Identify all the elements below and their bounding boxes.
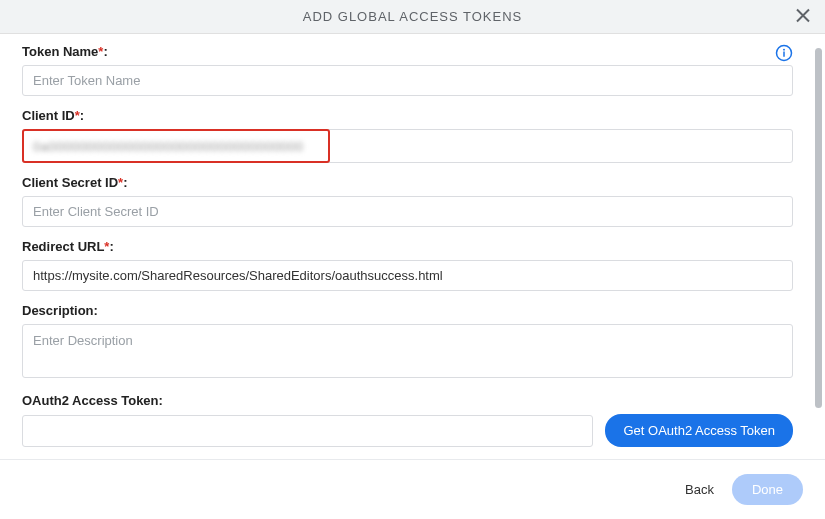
client-id-label: Client ID*: xyxy=(22,108,793,123)
oauth-token-label: OAuth2 Access Token: xyxy=(22,393,793,408)
client-secret-input[interactable] xyxy=(22,196,793,227)
token-name-group: Token Name*: xyxy=(22,44,793,96)
client-secret-group: Client Secret ID*: xyxy=(22,175,793,227)
svg-point-1 xyxy=(783,49,785,51)
close-icon[interactable] xyxy=(795,7,811,26)
description-input[interactable] xyxy=(22,324,793,378)
client-id-redacted: 0a000000000000000000000000000000000 xyxy=(23,139,314,154)
done-button[interactable]: Done xyxy=(732,474,803,505)
description-label: Description: xyxy=(22,303,793,318)
dialog-body: Token Name*: Client ID*: 0a0000000000000… xyxy=(0,34,815,454)
redirect-url-label: Redirect URL*: xyxy=(22,239,793,254)
token-name-label: Token Name*: xyxy=(22,44,793,59)
redirect-url-group: Redirect URL*: xyxy=(22,239,793,291)
dialog-footer: Back Done xyxy=(0,459,825,519)
redirect-url-input[interactable] xyxy=(22,260,793,291)
scrollbar[interactable] xyxy=(815,48,822,408)
token-name-input[interactable] xyxy=(22,65,793,96)
client-id-input[interactable]: 0a000000000000000000000000000000000 xyxy=(22,129,793,163)
dialog-title: ADD GLOBAL ACCESS TOKENS xyxy=(303,9,523,24)
description-group: Description: xyxy=(22,303,793,381)
back-button[interactable]: Back xyxy=(685,482,714,497)
info-icon[interactable] xyxy=(775,44,793,65)
svg-rect-2 xyxy=(783,52,785,57)
oauth-token-group: OAuth2 Access Token: Get OAuth2 Access T… xyxy=(22,393,793,447)
client-secret-label: Client Secret ID*: xyxy=(22,175,793,190)
client-id-group: Client ID*: 0a00000000000000000000000000… xyxy=(22,108,793,163)
dialog-header: ADD GLOBAL ACCESS TOKENS xyxy=(0,0,825,34)
get-oauth-token-button[interactable]: Get OAuth2 Access Token xyxy=(605,414,793,447)
oauth-token-input[interactable] xyxy=(22,415,593,447)
